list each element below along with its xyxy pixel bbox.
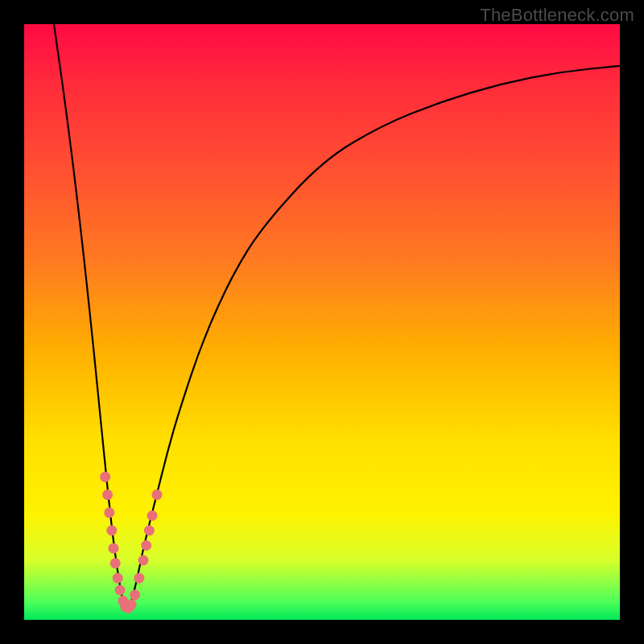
curve-dot (141, 540, 151, 551)
curve-dot (109, 543, 119, 554)
watermark-text: TheBottleneck.com (480, 5, 634, 26)
curve-dot (144, 526, 155, 536)
curve-path-group (54, 24, 620, 609)
curve-dot (130, 589, 140, 600)
curve-dots (100, 472, 162, 613)
bottleneck-curve (54, 24, 620, 609)
curve-dot (102, 489, 113, 500)
curve-dot (134, 573, 144, 584)
chart-svg (24, 24, 620, 620)
curve-dot (113, 573, 123, 584)
curve-dot (104, 507, 114, 518)
curve-dot (110, 558, 121, 568)
curve-dot (115, 585, 126, 596)
curve-dot (106, 526, 117, 536)
chart-frame: TheBottleneck.com (0, 0, 644, 644)
curve-dot (138, 555, 149, 566)
curve-dot (152, 489, 163, 500)
curve-dot (100, 472, 110, 482)
curve-dot (126, 599, 137, 609)
plot-area (24, 24, 620, 620)
curve-dot (147, 510, 158, 521)
